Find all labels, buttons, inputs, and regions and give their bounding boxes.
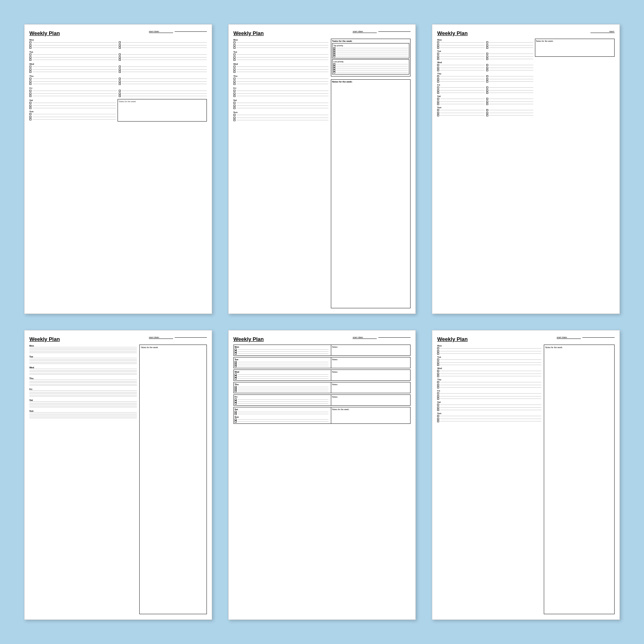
checkbox[interactable] bbox=[29, 54, 31, 56]
checkbox[interactable] bbox=[486, 80, 488, 83]
checkbox[interactable] bbox=[29, 90, 31, 92]
checkbox[interactable] bbox=[119, 93, 121, 95]
checkbox[interactable] bbox=[29, 102, 31, 104]
checkbox[interactable] bbox=[119, 56, 121, 58]
checkbox[interactable] bbox=[437, 75, 439, 77]
checkbox[interactable] bbox=[233, 117, 235, 119]
checkbox[interactable] bbox=[437, 109, 439, 111]
checkbox[interactable] bbox=[29, 105, 31, 107]
checkbox[interactable] bbox=[437, 361, 439, 363]
checkbox[interactable] bbox=[437, 373, 439, 375]
checkbox[interactable] bbox=[486, 78, 488, 80]
checkbox[interactable] bbox=[437, 80, 439, 83]
checkbox[interactable] bbox=[29, 78, 31, 80]
checkbox[interactable] bbox=[233, 54, 235, 56]
checkbox[interactable] bbox=[235, 421, 237, 423]
checkbox[interactable] bbox=[233, 80, 235, 83]
checkbox[interactable] bbox=[486, 67, 488, 69]
checkbox[interactable] bbox=[235, 402, 237, 405]
checkbox[interactable] bbox=[233, 47, 235, 49]
checkbox[interactable] bbox=[119, 59, 121, 61]
checkbox[interactable] bbox=[29, 66, 31, 68]
checkbox[interactable] bbox=[233, 90, 235, 92]
checkbox[interactable] bbox=[29, 95, 31, 97]
checkbox[interactable] bbox=[486, 75, 488, 77]
checkbox[interactable] bbox=[437, 69, 439, 71]
checkbox[interactable] bbox=[233, 56, 235, 58]
checkbox[interactable] bbox=[119, 47, 121, 49]
checkbox[interactable] bbox=[29, 68, 31, 70]
checkbox[interactable] bbox=[486, 56, 488, 58]
checkbox[interactable] bbox=[233, 107, 235, 109]
checkbox[interactable] bbox=[333, 71, 335, 73]
checkbox[interactable] bbox=[233, 41, 235, 43]
checkbox[interactable] bbox=[437, 359, 439, 361]
checkbox[interactable] bbox=[486, 64, 488, 66]
checkbox[interactable] bbox=[29, 113, 31, 115]
checkbox[interactable] bbox=[486, 58, 488, 60]
checkbox[interactable] bbox=[437, 418, 439, 420]
checkbox[interactable] bbox=[29, 93, 31, 95]
checkbox[interactable] bbox=[29, 71, 31, 73]
checkbox[interactable] bbox=[437, 47, 439, 49]
checkbox[interactable] bbox=[486, 101, 488, 103]
checkbox[interactable] bbox=[119, 95, 121, 97]
checkbox[interactable] bbox=[119, 83, 121, 85]
checkbox[interactable] bbox=[437, 384, 439, 386]
checkbox[interactable] bbox=[333, 55, 335, 57]
checkbox[interactable] bbox=[119, 78, 121, 80]
checkbox[interactable] bbox=[235, 413, 237, 415]
checkbox[interactable] bbox=[233, 78, 235, 80]
checkbox[interactable] bbox=[437, 370, 439, 372]
checkbox[interactable] bbox=[233, 44, 235, 46]
checkbox[interactable] bbox=[233, 114, 235, 116]
checkbox[interactable] bbox=[486, 92, 488, 94]
checkbox[interactable] bbox=[233, 95, 235, 97]
checkbox[interactable] bbox=[437, 53, 439, 55]
checkbox[interactable] bbox=[437, 44, 439, 46]
checkbox[interactable] bbox=[437, 67, 439, 69]
checkbox[interactable] bbox=[437, 347, 439, 349]
checkbox[interactable] bbox=[437, 78, 439, 80]
checkbox[interactable] bbox=[437, 103, 439, 105]
checkbox[interactable] bbox=[437, 114, 439, 116]
checkbox[interactable] bbox=[233, 68, 235, 70]
checkbox[interactable] bbox=[119, 54, 121, 56]
checkbox[interactable] bbox=[437, 404, 439, 406]
checkbox[interactable] bbox=[29, 83, 31, 85]
checkbox[interactable] bbox=[29, 116, 31, 118]
checkbox[interactable] bbox=[437, 398, 439, 400]
checkbox[interactable] bbox=[486, 89, 488, 91]
checkbox[interactable] bbox=[437, 64, 439, 66]
checkbox[interactable] bbox=[486, 69, 488, 71]
checkbox[interactable] bbox=[437, 386, 439, 388]
checkbox[interactable] bbox=[119, 68, 121, 70]
checkbox[interactable] bbox=[437, 92, 439, 94]
checkbox[interactable] bbox=[437, 395, 439, 397]
checkbox[interactable] bbox=[437, 89, 439, 91]
checkbox[interactable] bbox=[437, 420, 439, 422]
checkbox[interactable] bbox=[437, 353, 439, 355]
checkbox[interactable] bbox=[119, 44, 121, 46]
checkbox[interactable] bbox=[437, 392, 439, 394]
checkbox[interactable] bbox=[437, 56, 439, 58]
checkbox[interactable] bbox=[29, 56, 31, 58]
checkbox[interactable] bbox=[233, 102, 235, 104]
checkbox[interactable] bbox=[233, 83, 235, 85]
checkbox[interactable] bbox=[119, 41, 121, 43]
checkbox[interactable] bbox=[235, 365, 237, 367]
checkbox[interactable] bbox=[437, 87, 439, 89]
checkbox[interactable] bbox=[29, 80, 31, 83]
checkbox[interactable] bbox=[29, 44, 31, 46]
checkbox[interactable] bbox=[486, 109, 488, 111]
checkbox[interactable] bbox=[437, 58, 439, 60]
checkbox[interactable] bbox=[486, 44, 488, 46]
checkbox[interactable] bbox=[437, 407, 439, 409]
checkbox[interactable] bbox=[29, 107, 31, 109]
checkbox[interactable] bbox=[119, 71, 121, 73]
checkbox[interactable] bbox=[233, 59, 235, 61]
checkbox[interactable] bbox=[486, 53, 488, 55]
checkbox[interactable] bbox=[437, 41, 439, 43]
checkbox[interactable] bbox=[437, 350, 439, 352]
checkbox[interactable] bbox=[437, 375, 439, 377]
